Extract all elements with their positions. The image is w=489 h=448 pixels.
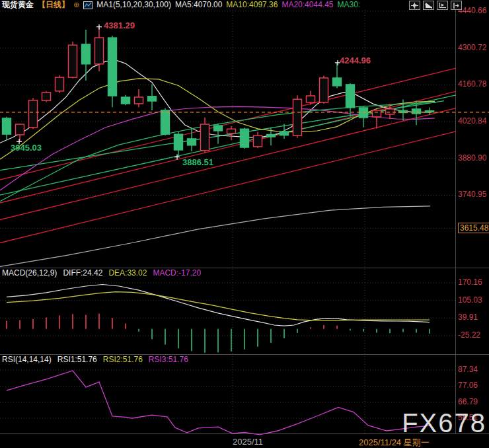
trading-chart-window: 现货黄金【日线】⊕ MA1(5,10,20,30,100) MA5:4070.0… bbox=[0, 0, 489, 448]
rsi-settings-label: RSI(14,14,14) bbox=[2, 355, 52, 364]
macd-diff-value: DIFF:24.42 bbox=[63, 268, 102, 278]
chart-toolbar bbox=[409, 1, 462, 10]
symbol-name: 现货黄金 bbox=[2, 0, 34, 10]
expand-icon[interactable]: ⊕ bbox=[73, 0, 79, 10]
ma10-value: MA10:4097.36 bbox=[226, 0, 278, 10]
axis-play-icon[interactable] bbox=[437, 1, 448, 10]
ma-settings-label: MA1(5,10,20,30,100) bbox=[96, 0, 171, 10]
exit-right-icon[interactable] bbox=[451, 1, 462, 10]
watermark: FX678 bbox=[402, 410, 486, 436]
rsi3-value: RSI3:51.76 bbox=[149, 355, 188, 364]
rsi2-value: RSI2:51.76 bbox=[103, 355, 143, 364]
axis-scale-icon[interactable] bbox=[423, 1, 434, 10]
rsi1-value: RSI1:51.76 bbox=[57, 355, 97, 364]
crosshair-icon[interactable] bbox=[409, 1, 420, 10]
macd-title-row: MACD(26,12,9) DIFF:24.42 DEA:33.02 MACD:… bbox=[2, 268, 201, 278]
rsi-title-row: RSI(14,14,14) RSI1:51.76 RSI2:51.76 RSI3… bbox=[2, 355, 188, 364]
ma5-value: MA5:4070.00 bbox=[175, 0, 222, 10]
macd-settings-label: MACD(26,12,9) bbox=[2, 268, 57, 278]
period-label[interactable]: 【日线】 bbox=[38, 0, 69, 10]
ma20-value: MA20:4044.45 bbox=[282, 0, 333, 10]
macd-dea-value: DEA:33.02 bbox=[108, 268, 147, 278]
chart-canvas[interactable] bbox=[0, 0, 489, 448]
chart-type-icon[interactable] bbox=[83, 1, 93, 9]
ma30-value: MA30: bbox=[337, 0, 360, 10]
macd-macd-value: MACD:-17.20 bbox=[153, 268, 201, 278]
